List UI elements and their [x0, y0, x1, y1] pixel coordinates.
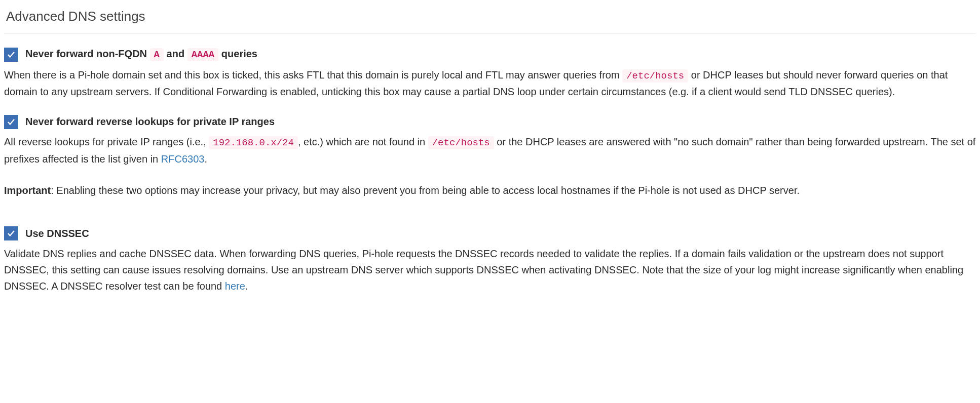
setting-header: Use DNSSEC	[4, 226, 976, 241]
setting-label: Never forward non-FQDN A and AAAA querie…	[25, 46, 257, 62]
desc-text: All reverse lookups for private IP range…	[4, 136, 209, 147]
check-icon	[7, 229, 16, 238]
link-rfc6303[interactable]: RFC6303	[161, 153, 205, 165]
label-text: queries	[218, 48, 257, 59]
desc-text: , etc.) which are not found in	[298, 136, 428, 147]
setting-description: Validate DNS replies and cache DNSSEC da…	[4, 246, 976, 294]
check-icon	[7, 117, 16, 127]
code-ip-range: 192.168.0.x/24	[209, 136, 298, 149]
setting-label: Never forward reverse lookups for privat…	[25, 114, 275, 130]
setting-header: Never forward reverse lookups for privat…	[4, 114, 976, 130]
panel-title: Advanced DNS settings	[4, 4, 976, 34]
important-text: : Enabling these two options may increas…	[51, 185, 800, 196]
important-note: Important: Enabling these two options ma…	[4, 182, 976, 198]
desc-text: When there is a Pi-hole domain set and t…	[4, 69, 622, 80]
checkbox-dnssec[interactable]	[4, 226, 18, 240]
setting-label: Use DNSSEC	[25, 226, 89, 241]
check-icon	[7, 50, 16, 59]
code-aaaa: AAAA	[187, 48, 219, 61]
setting-description: When there is a Pi-hole domain set and t…	[4, 67, 976, 100]
desc-text: .	[245, 280, 248, 292]
important-label: Important	[4, 185, 51, 196]
code-a: A	[150, 48, 164, 61]
setting-reverse: Never forward reverse lookups for privat…	[4, 114, 976, 167]
setting-header: Never forward non-FQDN A and AAAA querie…	[4, 46, 976, 62]
label-text: Never forward non-FQDN	[25, 48, 150, 59]
desc-text: .	[204, 153, 207, 165]
desc-text: Validate DNS replies and cache DNSSEC da…	[4, 248, 963, 292]
setting-description: All reverse lookups for private IP range…	[4, 134, 976, 167]
advanced-dns-panel: Advanced DNS settings Never forward non-…	[0, 0, 980, 324]
checkbox-nonfqdn[interactable]	[4, 48, 18, 62]
setting-dnssec: Use DNSSEC Validate DNS replies and cach…	[4, 226, 976, 294]
link-dnssec-test[interactable]: here	[225, 280, 245, 292]
label-text: and	[164, 48, 187, 59]
code-etc-hosts: /etc/hosts	[428, 136, 494, 149]
code-etc-hosts: /etc/hosts	[622, 69, 688, 83]
checkbox-reverse[interactable]	[4, 115, 18, 129]
setting-nonfqdn: Never forward non-FQDN A and AAAA querie…	[4, 46, 976, 100]
